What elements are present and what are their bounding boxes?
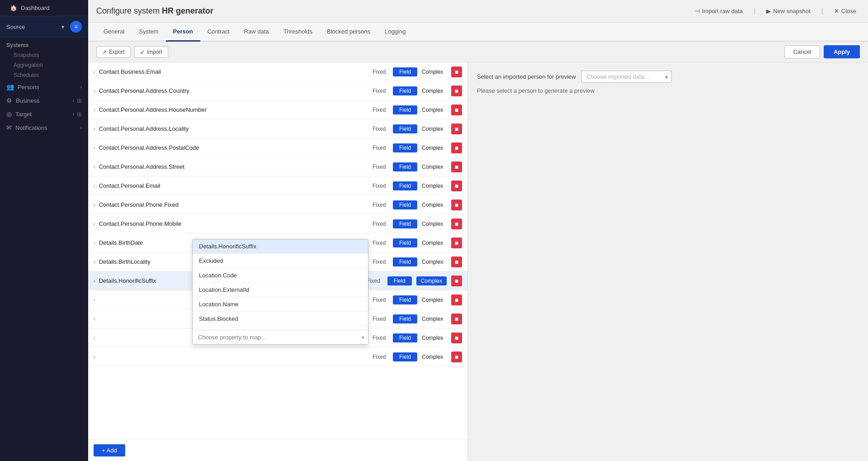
dropdown-item[interactable]: Status.Blocked xyxy=(193,312,368,326)
cancel-button[interactable]: Cancel xyxy=(784,45,820,58)
field-complex-highlighted: Complex xyxy=(416,276,447,285)
target-icon: ◎ xyxy=(6,110,12,118)
chevron-icon[interactable]: ‹ xyxy=(94,145,95,151)
field-delete-button[interactable]: ■ xyxy=(451,200,462,210)
tab-system[interactable]: System xyxy=(132,23,165,42)
field-type-button[interactable]: Field xyxy=(393,162,417,171)
chevron-icon[interactable]: ‹ xyxy=(94,335,95,341)
field-delete-button[interactable]: ■ xyxy=(451,162,462,172)
tab-raw-data[interactable]: Raw data xyxy=(237,23,276,42)
field-delete-button[interactable]: ■ xyxy=(451,333,462,343)
field-complex: Complex xyxy=(422,297,447,303)
dropdown-item[interactable]: Location.Name xyxy=(193,297,368,312)
field-delete-button[interactable]: ■ xyxy=(451,276,462,286)
tab-person[interactable]: Person xyxy=(166,23,200,42)
field-delete-button[interactable]: ■ xyxy=(451,295,462,305)
sidebar-item-persons[interactable]: 👥 Persons › xyxy=(0,80,88,94)
sidebar-item-dashboard[interactable]: 🏠 Dashboard xyxy=(0,0,88,16)
field-name: Contact.Personal.Address.HouseNumber xyxy=(99,106,373,113)
field-type-button[interactable]: Field xyxy=(393,295,417,304)
tab-blocked-persons[interactable]: Blocked persons xyxy=(320,23,377,42)
field-delete-button[interactable]: ■ xyxy=(451,314,462,324)
field-delete-button[interactable]: ■ xyxy=(451,86,462,96)
chevron-icon[interactable]: ‹ xyxy=(94,240,95,246)
chevron-icon[interactable]: ‹ xyxy=(94,316,95,322)
new-snapshot-button[interactable]: ▶ New snapshot xyxy=(763,6,814,16)
field-type-button[interactable]: Field xyxy=(393,314,417,323)
field-type-button[interactable]: Field xyxy=(393,219,417,228)
dropdown-item[interactable]: Details.HonorificSuffix xyxy=(193,239,368,254)
chevron-icon[interactable]: ‹ xyxy=(94,354,95,360)
content-area: ‹ Contact.Business.Email Fixed Field Com… xyxy=(88,62,868,461)
chevron-icon[interactable]: ‹ xyxy=(94,126,95,132)
field-delete-button[interactable]: ■ xyxy=(451,124,462,134)
preview-person-select[interactable]: Choose imported data... xyxy=(581,71,672,83)
chevron-icon[interactable]: ‹ xyxy=(94,107,95,113)
field-delete-button[interactable]: ■ xyxy=(451,219,462,229)
chevron-icon[interactable]: ‹ xyxy=(94,183,95,189)
table-row: ‹ Fixed Field Complex ■ xyxy=(88,347,467,366)
field-type-button[interactable]: Field xyxy=(393,257,417,266)
field-name: Contact.Personal.Phone.Fixed xyxy=(99,201,373,208)
topbar-actions: ⊣ Import raw data | ▶ New snapshot | ✕ C… xyxy=(691,6,860,16)
dropdown-item[interactable]: Location.Code xyxy=(193,268,368,283)
field-complex: Complex xyxy=(422,335,447,341)
export-button[interactable]: ↗ Export xyxy=(96,46,131,58)
field-complex: Complex xyxy=(422,145,447,151)
tab-contract[interactable]: Contract xyxy=(200,23,237,42)
sidebar-source[interactable]: Source ▾ ≡ xyxy=(0,16,88,38)
sidebar-item-target[interactable]: ◎ Target ‹ ⊞ xyxy=(0,107,88,121)
sidebar-item-business[interactable]: ⚙ Business ‹ ⊞ xyxy=(0,94,88,107)
field-delete-button[interactable]: ■ xyxy=(451,105,462,115)
tab-thresholds[interactable]: Thresholds xyxy=(276,23,320,42)
field-delete-button[interactable]: ■ xyxy=(451,257,462,267)
dropdown-item[interactable]: Location.ExternalId xyxy=(193,283,368,297)
field-type-button[interactable]: Field xyxy=(393,86,417,95)
chevron-icon[interactable]: ‹ xyxy=(94,164,95,170)
import-button[interactable]: ↙ Import xyxy=(134,46,168,58)
chevron-icon[interactable]: ‹ xyxy=(94,221,95,227)
chevron-icon[interactable]: ‹ xyxy=(94,69,95,75)
tab-logging[interactable]: Logging xyxy=(377,23,413,42)
dropdown-item[interactable]: Status.Reason xyxy=(193,326,368,330)
chevron-icon[interactable]: ‹ xyxy=(94,278,95,284)
business-grid-icon: ⊞ xyxy=(77,97,82,104)
sidebar-item-notifications[interactable]: ✉ Notifications › xyxy=(0,121,88,134)
field-type-button[interactable]: Field xyxy=(393,67,417,76)
property-map-input[interactable] xyxy=(196,332,362,342)
table-row: ‹ Contact.Personal.Phone.Fixed Fixed Fie… xyxy=(88,195,467,214)
field-type-button[interactable]: Field xyxy=(393,105,417,114)
notifications-label: Notifications xyxy=(15,124,47,131)
field-delete-button[interactable]: ■ xyxy=(451,181,462,191)
field-type-button[interactable]: Field xyxy=(393,181,417,190)
field-type-button[interactable]: Field xyxy=(393,352,417,361)
add-button-row: + Add xyxy=(88,439,467,461)
sidebar-item-snapshots[interactable]: Snapshots xyxy=(0,50,88,60)
field-delete-button[interactable]: ■ xyxy=(451,238,462,248)
field-type-button[interactable]: Field xyxy=(393,333,417,342)
divider2: | xyxy=(821,7,823,15)
field-type-button[interactable]: Field xyxy=(393,238,417,247)
sidebar-item-aggregation[interactable]: Aggregation xyxy=(0,60,88,70)
chevron-icon[interactable]: ‹ xyxy=(94,297,95,303)
import-raw-data-button[interactable]: ⊣ Import raw data xyxy=(691,6,746,16)
apply-button[interactable]: Apply xyxy=(824,45,860,58)
field-delete-button[interactable]: ■ xyxy=(451,143,462,153)
field-delete-button[interactable]: ■ xyxy=(451,67,462,77)
close-button[interactable]: ✕ Close xyxy=(830,6,860,16)
chevron-icon[interactable]: ‹ xyxy=(94,259,95,265)
dropdown-item[interactable]: Excluded xyxy=(193,254,368,268)
field-fixed: Fixed xyxy=(373,240,388,246)
chevron-icon[interactable]: ‹ xyxy=(94,88,95,94)
field-delete-button[interactable]: ■ xyxy=(451,352,462,362)
field-type-button[interactable]: Field xyxy=(393,143,417,152)
field-type-button[interactable]: Field xyxy=(387,276,412,285)
field-type-button[interactable]: Field xyxy=(393,200,417,209)
tab-general[interactable]: General xyxy=(96,23,132,42)
table-row: ‹ Contact.Personal.Address.Street Fixed … xyxy=(88,157,467,176)
sidebar-item-schedules[interactable]: Schedules xyxy=(0,70,88,80)
field-type-button[interactable]: Field xyxy=(393,124,417,133)
chevron-icon[interactable]: ‹ xyxy=(94,202,95,208)
add-button[interactable]: + Add xyxy=(94,444,125,456)
business-icon: ⚙ xyxy=(6,97,12,104)
